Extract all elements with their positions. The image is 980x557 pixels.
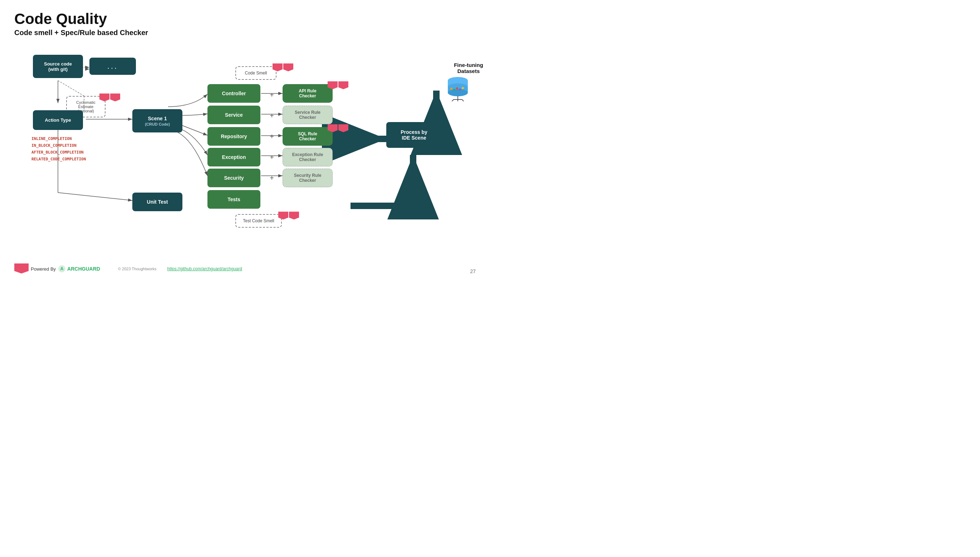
svg-line-36 <box>462 99 464 101</box>
sql-rule-checker-flag <box>328 124 348 134</box>
page-title: Code Quality <box>14 11 476 27</box>
svg-point-31 <box>462 87 464 89</box>
action-inblock: IN_BLOCK_COMPLETION <box>31 143 86 148</box>
action-afterblock: AFTER_BLOCK_COMPLETION <box>31 150 86 155</box>
svg-point-26 <box>448 89 468 96</box>
sql-rule-checker-box: SQL Rule Checker <box>282 127 333 146</box>
service-rule-checker-box: Service Rule Checker <box>282 106 333 124</box>
page: Code Quality Code smell + Spec/Rule base… <box>0 0 490 278</box>
test-code-smell-box: Test Code Smell <box>235 214 282 228</box>
svg-point-27 <box>450 88 453 90</box>
fine-tuning-label: Fine-tuning Datasets <box>445 62 490 74</box>
security-rule-checker-box: Security Rule Checker <box>282 169 333 187</box>
exception-rule-checker-box: Exception Rule Checker <box>282 148 333 166</box>
scene1-box: Scene 1 (CRUD Code) <box>132 109 182 132</box>
process-by-ide-box: Process by IDE Scene <box>386 122 442 148</box>
svg-line-6 <box>58 81 84 96</box>
page-subtitle: Code smell + Spec/Rule based Checker <box>14 29 476 37</box>
database-icon <box>443 73 472 101</box>
page-number: 27 <box>470 269 476 274</box>
action-type-box: Action Type <box>33 110 83 130</box>
unit-test-box: Unit Test <box>132 192 182 211</box>
svg-line-34 <box>451 99 454 101</box>
svg-text:A: A <box>60 266 64 271</box>
archguard-logo: A ARCHGUARD <box>58 265 100 273</box>
svg-point-28 <box>453 89 455 91</box>
copyright-text: © 2023 Thoughtworks <box>118 267 157 271</box>
plus-controller: + <box>264 90 279 100</box>
action-related: RELATED_CODE_COMPLETION <box>31 157 86 161</box>
plus-repository: + <box>264 131 279 142</box>
powered-by-logo: Powered By A ARCHGUARD <box>14 264 100 274</box>
service-box: Service <box>208 106 260 124</box>
code-smell-flag <box>273 64 293 73</box>
dots-box: ... <box>89 58 136 75</box>
source-code-box: Source code (with git) <box>33 55 83 78</box>
github-link[interactable]: https://github.com/archguard/archguard <box>167 266 242 271</box>
plus-security: + <box>264 173 279 183</box>
controller-box: Controller <box>208 84 260 103</box>
action-type-labels: INLINE_COMPLETION IN_BLOCK_COMPLETION AF… <box>31 137 86 161</box>
svg-point-30 <box>459 88 461 91</box>
footer: Powered By A ARCHGUARD © 2023 Thoughtwor… <box>14 264 476 274</box>
code-smell-box: Code Smell <box>235 66 276 80</box>
repository-box: Repository <box>208 127 260 146</box>
api-rule-checker-flag <box>328 81 348 91</box>
diagram-area: Source code (with git) ... Cyclomatic Es… <box>14 44 476 255</box>
cyclomatic-flag <box>99 93 120 103</box>
svg-line-21 <box>58 192 132 200</box>
security-box: Security <box>208 169 260 187</box>
tests-box: Tests <box>208 190 260 209</box>
test-code-smell-flag <box>278 212 299 221</box>
plus-service: + <box>264 111 279 121</box>
api-rule-checker-box: API Rule Checker <box>282 84 333 103</box>
svg-point-29 <box>456 87 458 90</box>
action-inline: INLINE_COMPLETION <box>31 137 86 141</box>
plus-exception: + <box>264 152 279 162</box>
exception-box: Exception <box>208 148 260 166</box>
